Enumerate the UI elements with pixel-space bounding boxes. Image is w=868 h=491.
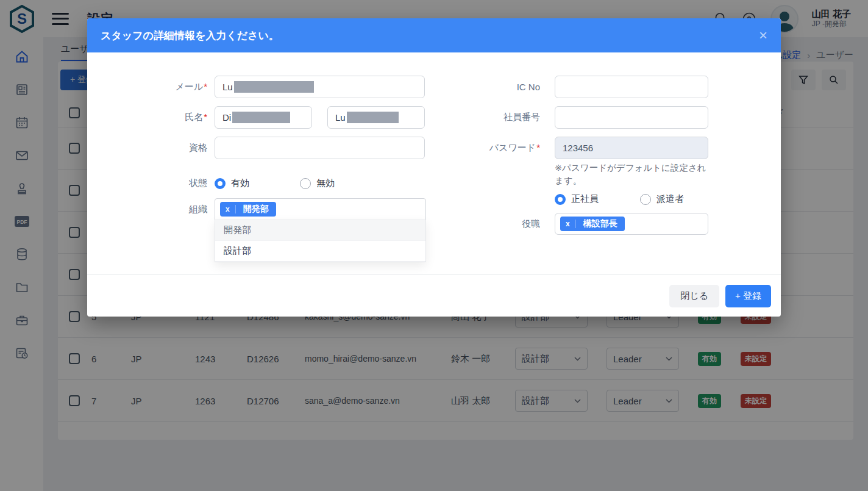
modal-footer: 閉じる + 登録	[87, 274, 781, 317]
email-label: メール*	[112, 81, 207, 93]
empno-field[interactable]	[555, 106, 708, 129]
organization-label: 組織	[112, 198, 207, 215]
email-value-visible: Lu	[222, 82, 233, 92]
email-field[interactable]: Lu	[215, 76, 425, 98]
radio-on-icon	[555, 194, 566, 205]
password-label: パスワード*	[413, 142, 540, 154]
close-icon[interactable]: ×	[759, 28, 767, 43]
status-label: 状態	[112, 177, 207, 189]
first-name-visible: Di	[222, 112, 231, 123]
position-tag: x 構設部長	[560, 217, 625, 231]
radio-on-icon	[215, 178, 226, 189]
radio-off-icon	[300, 178, 311, 189]
radio-off-icon	[640, 194, 651, 205]
last-name-field[interactable]: Lu	[327, 106, 425, 129]
redacted-value	[232, 112, 290, 123]
redacted-value	[234, 81, 314, 93]
first-name-field[interactable]: Di	[215, 106, 312, 129]
dropdown-option[interactable]: 設計部	[215, 241, 425, 262]
organization-multiselect[interactable]: x 開発部 開発部 設計部	[215, 198, 426, 220]
radio-active[interactable]: 有効	[215, 177, 300, 189]
icno-label: IC No	[413, 82, 540, 92]
icno-field[interactable]	[555, 76, 708, 98]
organization-dropdown: 開発部 設計部	[215, 220, 426, 262]
org-tag: x 開発部	[220, 202, 276, 217]
qualification-label: 資格	[112, 142, 207, 154]
empno-label: 社員番号	[413, 112, 540, 123]
radio-fulltime[interactable]: 正社員	[555, 193, 640, 205]
staff-detail-modal: スタッフの詳細情報を入力ください。 × メール* Lu 氏名* Di Lu	[87, 18, 781, 317]
position-label: 役職	[413, 213, 540, 230]
modal-header: スタッフの詳細情報を入力ください。 ×	[87, 18, 781, 52]
remove-tag-icon[interactable]: x	[220, 205, 236, 213]
last-name-visible: Lu	[335, 112, 346, 123]
remove-tag-icon[interactable]: x	[560, 220, 576, 228]
radio-inactive[interactable]: 無効	[300, 177, 385, 189]
qualification-field[interactable]	[215, 137, 425, 159]
password-field: 123456	[555, 137, 708, 159]
password-note: ※パスワードがデフォルトに設定されます。	[555, 162, 711, 187]
dropdown-option[interactable]: 開発部	[215, 220, 425, 241]
close-button[interactable]: 閉じる	[669, 285, 719, 307]
modal-title: スタッフの詳細情報を入力ください。	[101, 29, 279, 43]
redacted-value	[347, 112, 399, 123]
position-multiselect[interactable]: x 構設部長	[555, 213, 708, 235]
submit-button[interactable]: + 登録	[725, 285, 771, 307]
radio-temp[interactable]: 派遣者	[640, 193, 725, 205]
name-label: 氏名*	[112, 112, 207, 123]
